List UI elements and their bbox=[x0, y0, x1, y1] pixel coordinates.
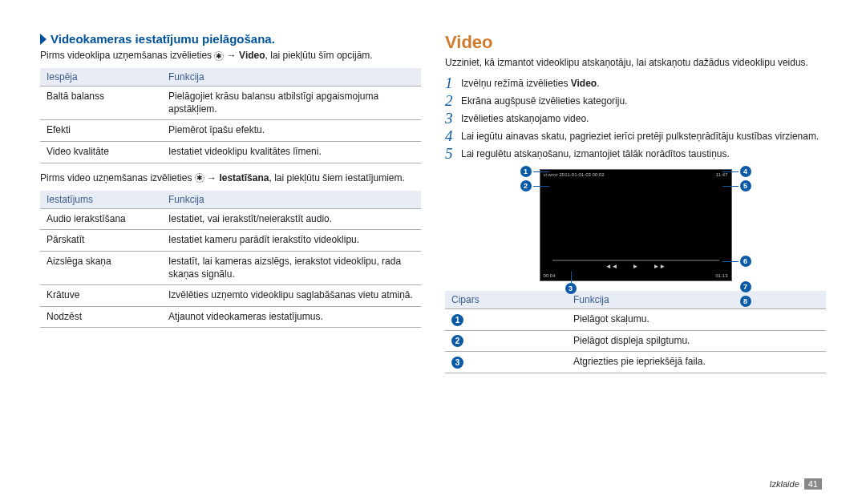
th-number: Cipars bbox=[445, 291, 567, 309]
callout-3: 3 bbox=[565, 283, 577, 294]
table-row: NodzēstAtjaunot videokameras iestatījumu… bbox=[40, 306, 421, 328]
circ-2: 2 bbox=[451, 335, 463, 347]
step-num: 5 bbox=[445, 146, 461, 161]
video-player: vi.wmv 2011-01-01-03 00:02 11:47 ◄◄ ► ►►… bbox=[540, 169, 732, 281]
intro-line: Pirms videoklipa uzņemšanas izvēlieties … bbox=[40, 49, 421, 62]
table-row: Video kvalitāteIestatiet videoklipu kval… bbox=[40, 141, 421, 163]
subheading-text: Videokameras iestatījumu pielāgošana. bbox=[51, 32, 275, 46]
th-setting: Iestatījums bbox=[40, 191, 162, 209]
table-row: EfektiPiemērot īpašu efektu. bbox=[40, 120, 421, 142]
callout-2: 2 bbox=[520, 180, 532, 192]
step-num: 1 bbox=[445, 75, 461, 91]
callout-6: 6 bbox=[740, 256, 751, 267]
callout-7: 7 bbox=[740, 281, 751, 292]
table-row: KrātuveIzvēlēties uzņemto videoklipu sag… bbox=[40, 285, 421, 307]
step-num: 3 bbox=[445, 111, 461, 126]
gear-icon: ✱ bbox=[195, 173, 204, 183]
player-filename: vi.wmv 2011-01-01-03 00:02 bbox=[544, 172, 605, 177]
options-table: Iespēja Funkcija Baltā balanssPielāgojie… bbox=[40, 68, 421, 163]
step-num: 2 bbox=[445, 93, 461, 108]
chevron-right-icon bbox=[40, 34, 47, 45]
callout-8: 8 bbox=[740, 296, 751, 307]
table-row: 3Atgriezties pie iepriekšējā faila. bbox=[445, 352, 826, 373]
callout-1: 1 bbox=[520, 166, 532, 177]
footer-section: Izklaide bbox=[769, 479, 799, 489]
table-row: Aizslēga skaņaIestatīt, lai kameras aizs… bbox=[40, 251, 421, 284]
th-option: Iespēja bbox=[40, 68, 162, 87]
th-function: Funkcija bbox=[567, 291, 826, 309]
mid-line: Pirms video uzņemšanas izvēlieties ✱ → I… bbox=[40, 171, 421, 184]
table-row: PārskatītIestatiet kameru parādīt ieraks… bbox=[40, 230, 421, 252]
table-row: Audio ierakstīšanaIestatiet, vai ierakst… bbox=[40, 208, 421, 230]
table-row: Baltā balanssPielāgojiet krāsu balansu a… bbox=[40, 87, 421, 120]
page-footer: Izklaide 41 bbox=[769, 478, 822, 490]
table-row: 1Pielāgot skaļumu. bbox=[445, 309, 826, 331]
step-num: 4 bbox=[445, 128, 461, 143]
callout-4: 4 bbox=[740, 166, 751, 177]
table-row: 2Pielāgot displeja spilgtumu. bbox=[445, 330, 826, 352]
player-controls: ◄◄ ► ►► bbox=[540, 263, 731, 270]
page-number: 41 bbox=[804, 478, 822, 490]
page-title: Video bbox=[445, 32, 826, 53]
circ-1: 1 bbox=[451, 314, 463, 326]
gear-icon: ✱ bbox=[214, 51, 224, 61]
steps-list: 1Izvēlņu režīmā izvēlieties Video. 2Ekrā… bbox=[445, 75, 826, 161]
subheading-left: Videokameras iestatījumu pielāgošana. bbox=[40, 32, 421, 46]
player-clock: 11:47 bbox=[715, 172, 727, 177]
th-function: Funkcija bbox=[162, 68, 421, 87]
th-function: Funkcija bbox=[162, 191, 421, 209]
settings-table: Iestatījums Funkcija Audio ierakstīšanaI… bbox=[40, 191, 421, 329]
play-icon: ► bbox=[633, 263, 639, 270]
circ-3: 3 bbox=[451, 357, 463, 369]
player-total: 01:13 bbox=[715, 273, 727, 278]
callout-5: 5 bbox=[740, 180, 751, 192]
prev-icon: ◄◄ bbox=[605, 263, 618, 270]
progress-bar bbox=[552, 260, 719, 261]
intro-right: Uzziniet, kā izmantot videoklipu atskaņo… bbox=[445, 56, 826, 69]
player-elapsed: 00:04 bbox=[544, 273, 556, 278]
callout-table: Cipars Funkcija 1Pielāgot skaļumu. 2Piel… bbox=[445, 291, 826, 373]
next-icon: ►► bbox=[653, 263, 666, 270]
player-diagram: vi.wmv 2011-01-01-03 00:02 11:47 ◄◄ ► ►►… bbox=[516, 169, 756, 281]
